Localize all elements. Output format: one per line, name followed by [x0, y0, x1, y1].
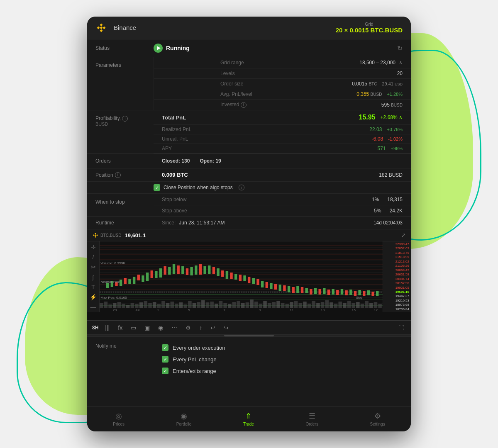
settings-nav-label: Settings	[370, 422, 385, 426]
status-label: Status	[95, 45, 154, 51]
svg-rect-111	[164, 266, 166, 275]
position-row: Position i 0.009 BTC 182 BUSD	[87, 168, 411, 182]
templates-icon[interactable]: ▭	[129, 324, 138, 332]
text-tool-icon[interactable]: T	[91, 284, 95, 290]
undo-icon[interactable]: ↩	[209, 324, 217, 332]
chart-expand-icon[interactable]: ⤢	[401, 232, 406, 239]
alerts-icon[interactable]: ◉	[156, 324, 165, 332]
app-header: Binance Grid 20 × 0.0015 BTC.BUSD	[87, 17, 411, 39]
svg-rect-135	[270, 283, 272, 289]
curve-tool-icon[interactable]: ∫	[93, 274, 94, 280]
unreal-pnl-value: -6.08	[372, 136, 383, 142]
nav-trade[interactable]: ⇑ Trade	[237, 410, 261, 428]
info-badge-close-position[interactable]: i	[239, 185, 244, 190]
fullscreen-icon[interactable]: ⛶	[397, 324, 406, 332]
svg-rect-128	[239, 275, 242, 281]
svg-rect-36	[108, 304, 112, 308]
svg-rect-155	[358, 290, 361, 295]
refresh-icon[interactable]: ↻	[397, 44, 403, 52]
svg-rect-156	[363, 291, 365, 296]
checkmark-icon-1: ✓	[164, 345, 167, 351]
notify-text-1: Every order execution	[173, 345, 225, 351]
app-title: Binance	[114, 24, 136, 31]
profitability-section: Profitability, i BUSD Total PnL 15.95 +2…	[87, 110, 411, 154]
svg-marker-3	[100, 29, 103, 32]
nav-orders[interactable]: ☰ Orders	[299, 410, 325, 428]
svg-rect-130	[248, 277, 250, 283]
replay-icon[interactable]: ▣	[143, 324, 151, 332]
info-badge-profitability[interactable]: i	[122, 116, 128, 122]
chart-header: BTC.BUSD 19,601.1 ⤢	[87, 229, 411, 241]
line-tool-icon[interactable]: /	[93, 254, 94, 261]
svg-rect-95	[369, 303, 373, 308]
main-content[interactable]: Status Running ↻ Parameters Grid range 1…	[87, 39, 411, 406]
play-icon	[154, 44, 163, 53]
position-label: Position i	[95, 172, 162, 178]
info-badge-invested[interactable]: i	[241, 102, 247, 108]
svg-rect-70	[259, 304, 263, 308]
close-position-label: Close Position when algo stops	[164, 185, 233, 190]
notify-checkbox-3[interactable]: ✓	[162, 368, 168, 374]
info-badge-position[interactable]: i	[115, 172, 121, 178]
price-level-9: 20394.74	[385, 277, 409, 281]
redo-icon[interactable]: ↪	[222, 324, 230, 332]
svg-rect-67	[246, 302, 249, 308]
stop-below-pct: 1%	[372, 197, 379, 202]
stop-above-label: Stop above	[162, 208, 374, 214]
close-position-checkbox[interactable]: ✓	[154, 184, 160, 191]
svg-rect-90	[347, 301, 351, 308]
realized-pnl-value: 22.03	[369, 127, 382, 132]
measure-tool-icon[interactable]: ⚡	[90, 294, 97, 300]
svg-rect-34	[100, 303, 103, 308]
settings-chart-icon[interactable]: ⚙	[184, 324, 193, 332]
price-level-15: 18736.84	[385, 307, 409, 311]
scrollbar-thumb[interactable]	[224, 335, 274, 336]
bottom-navigation: ◎ Prices ◉ Portfolio ⇑ Trade ☰ Orders ⚙ …	[87, 406, 411, 431]
crosshair-icon[interactable]: ✛	[91, 244, 96, 251]
svg-rect-139	[288, 286, 290, 292]
indicators-icon[interactable]: |||	[103, 324, 111, 332]
snapshot-icon[interactable]: ↑	[198, 324, 204, 332]
status-section: Status Running ↻	[87, 39, 411, 57]
checkmark-icon: ✓	[155, 185, 159, 190]
notify-checkbox-2[interactable]: ✓	[162, 356, 168, 363]
svg-marker-7	[96, 234, 98, 236]
runtime-label: Runtime	[95, 220, 162, 226]
price-level-7: 20868.42	[385, 268, 409, 272]
svg-rect-103	[128, 279, 131, 284]
svg-rect-129	[243, 275, 246, 281]
scissors-icon[interactable]: ✂	[91, 264, 96, 270]
svg-rect-118	[195, 265, 197, 275]
svg-rect-120	[203, 266, 206, 274]
since-label: Since:	[162, 220, 176, 226]
svg-rect-65	[237, 301, 240, 308]
orders-section: Orders Closed: 130 Open: 19	[87, 154, 411, 168]
timeframe-selector[interactable]: 8H	[92, 325, 98, 331]
notify-text-2: Every PnL change	[173, 356, 217, 363]
apy-value: 571	[378, 146, 386, 151]
more-tools-icon[interactable]: —	[90, 304, 96, 310]
notify-checkbox-1[interactable]: ✓	[162, 344, 168, 351]
nav-portfolio[interactable]: ◉ Portfolio	[170, 410, 198, 428]
svg-rect-133	[261, 281, 264, 287]
svg-rect-75	[281, 303, 285, 308]
order-size-label: Order size	[220, 81, 352, 87]
realized-pnl-label: Realized PnL	[162, 127, 369, 132]
running-text: Running	[166, 45, 190, 51]
nav-prices[interactable]: ◎ Prices	[106, 410, 131, 428]
svg-rect-94	[365, 301, 369, 308]
notify-item-1: ✓ Every order execution	[162, 342, 403, 353]
price-level-3: 21813.79	[385, 251, 409, 255]
stop-above-pct: 5%	[374, 208, 381, 214]
stop-below-row: Stop below 1% 18,315	[154, 194, 411, 205]
notify-layout: Notify me ✓ Every order execution ✓ Ever…	[95, 342, 403, 377]
runtime-section: Runtime Since: Jun 28, 11:53:17 AM 14d 0…	[87, 217, 411, 229]
svg-marker-1	[97, 27, 100, 29]
price-level-5: 21213.02	[385, 260, 409, 263]
layers-icon[interactable]: ⋯	[170, 324, 179, 332]
price-level-6: 21105.26	[385, 264, 409, 268]
svg-rect-57	[201, 300, 205, 308]
nav-settings[interactable]: ⚙ Settings	[364, 410, 392, 428]
svg-rect-104	[133, 277, 135, 284]
fx-icon[interactable]: fx	[116, 324, 124, 332]
